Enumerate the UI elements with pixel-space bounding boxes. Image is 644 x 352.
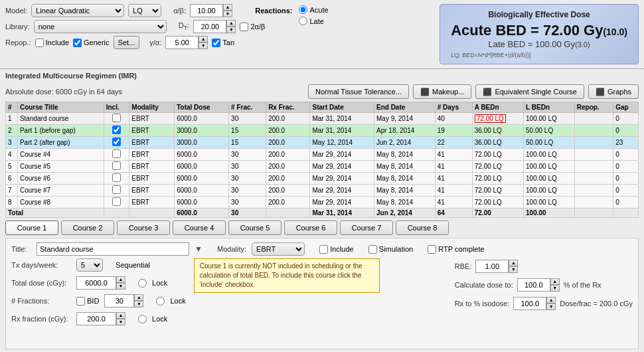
simulation-checkbox-label[interactable]: Simulation <box>368 245 413 254</box>
equivalent-button[interactable]: ⬛ Equivalent Single Course <box>475 84 584 99</box>
row-days: 22 <box>435 137 472 149</box>
rx-fraction-input[interactable] <box>76 312 116 325</box>
row-fracs: 30 <box>229 113 266 125</box>
normal-tissue-button[interactable]: Normal Tissue Tolerance... <box>308 84 409 99</box>
fractions-spinner[interactable]: ▲ ▼ <box>134 294 143 308</box>
row-incl[interactable] <box>104 149 129 161</box>
type-select[interactable]: LQ <box>128 4 161 17</box>
col-fracs: # Frac. <box>229 102 266 113</box>
alpha-beta-spinner[interactable]: ▲ ▼ <box>223 4 232 17</box>
total-dose-spinner[interactable]: ▲ ▼ <box>116 276 125 290</box>
col-gap: Gap <box>613 102 639 113</box>
acute-radio[interactable] <box>299 5 307 14</box>
bid-checkbox[interactable] <box>76 297 85 306</box>
total-dose-input[interactable] <box>76 276 116 290</box>
row-num: 7 <box>6 185 18 197</box>
frac-lock-radio[interactable] <box>156 297 165 306</box>
course-title-input[interactable]: Standard course <box>37 242 189 256</box>
row-lbed: 100.00 LQ <box>524 197 575 209</box>
warning-box: Course 1 is currently NOT included in sc… <box>194 258 380 293</box>
table-row: 4 Course #4 EBRT 6000.0 30 200.0 Mar 29,… <box>6 149 639 161</box>
row-rx: 200.0 <box>266 173 310 185</box>
fractions-input[interactable] <box>104 294 134 308</box>
set-button[interactable]: Set... <box>114 36 140 49</box>
bed-formula: LQ: BED=N*d*[RBE+(d/(a/b))] <box>451 52 627 58</box>
include-checkbox-label[interactable]: Include <box>319 245 353 254</box>
tan-checkbox[interactable] <box>212 39 220 47</box>
course-tab-8[interactable]: Course 8 <box>396 220 449 235</box>
late-radio[interactable] <box>299 17 307 25</box>
bid-label[interactable]: BID <box>76 297 99 306</box>
gamma-alpha-spinner[interactable]: ▲ ▼ <box>199 36 208 49</box>
row-incl[interactable] <box>104 137 129 149</box>
generic-checkbox[interactable] <box>73 39 82 47</box>
makeup-button[interactable]: ⬛ Makeup... <box>413 84 471 99</box>
bed-late-value: Late BED = 100.00 Gy(3.0) <box>451 39 627 49</box>
course-tab-7[interactable]: Course 7 <box>340 220 393 235</box>
acute-label: Acute <box>309 6 328 14</box>
row-incl[interactable] <box>104 161 129 173</box>
row-rx: 200.0 <box>266 197 310 209</box>
col-title: Course Title <box>17 102 104 113</box>
tx-days-select[interactable]: 5 <box>76 258 103 272</box>
rbe-input[interactable] <box>475 260 509 273</box>
alpha-beta-input[interactable]: 10.00 <box>190 4 223 17</box>
normal-tissue-label: Normal Tissue Tolerance... <box>315 88 402 96</box>
modality-select[interactable]: EBRT <box>252 242 305 256</box>
total-dose-label: Total dose (cGy): <box>11 279 71 287</box>
graphs-label: Graphs <box>607 88 631 96</box>
title-label: Title: <box>11 245 31 253</box>
model-select[interactable]: Linear Quadratic <box>31 4 124 17</box>
course-tab-6[interactable]: Course 6 <box>284 220 337 235</box>
row-fracs: 30 <box>229 149 266 161</box>
two-alpha-beta-checkbox[interactable] <box>240 23 248 31</box>
dt-spinner[interactable]: ▲ ▼ <box>226 20 236 33</box>
frac-lock-label: Lock <box>170 297 185 305</box>
generic-label[interactable]: Generic <box>73 39 110 47</box>
row-incl[interactable] <box>104 113 129 125</box>
course-tab-3[interactable]: Course 3 <box>117 220 170 235</box>
rtp-checkbox-label[interactable]: RTP complete <box>428 245 484 254</box>
repop-include-label[interactable]: Include <box>35 39 69 47</box>
course-tab-2[interactable]: Course 2 <box>61 220 114 235</box>
row-days: 41 <box>435 161 472 173</box>
rx-isodose-input[interactable] <box>513 297 546 310</box>
col-incl: Incl. <box>104 102 129 113</box>
gamma-alpha-input[interactable]: 5.00 <box>165 36 199 49</box>
graphs-button[interactable]: ⬛ Graphs <box>588 84 639 99</box>
title-dropdown-arrow[interactable]: ▼ <box>195 244 202 254</box>
col-abed: A BEDn <box>472 102 523 113</box>
calculate-input[interactable] <box>517 278 550 292</box>
library-select[interactable]: none <box>34 20 167 33</box>
rx-isodose-spinner[interactable]: ▲ ▼ <box>546 297 556 310</box>
row-gap: 0 <box>613 173 639 185</box>
rx-isodose-label: Rx to % isodose: <box>455 300 510 308</box>
include-checkbox[interactable] <box>319 245 328 254</box>
row-incl[interactable] <box>104 173 129 185</box>
col-days: # Days <box>435 102 472 113</box>
rtp-checkbox[interactable] <box>428 245 436 254</box>
repop-include-checkbox[interactable] <box>35 39 44 47</box>
simulation-checkbox[interactable] <box>368 245 377 254</box>
row-repop <box>574 113 613 125</box>
table-row: 1 Standard course EBRT 6000.0 30 200.0 M… <box>6 113 639 125</box>
row-total: 6000.0 <box>175 197 229 209</box>
dt-input[interactable]: 20.00 <box>193 20 226 33</box>
course-tab-5[interactable]: Course 5 <box>228 220 282 235</box>
calculate-spinner[interactable]: ▲ ▼ <box>550 278 560 292</box>
dose-lock-radio[interactable] <box>138 279 147 288</box>
row-incl[interactable] <box>104 185 129 197</box>
course-tab-1[interactable]: Course 1 <box>5 220 58 235</box>
row-incl[interactable] <box>104 125 129 137</box>
col-rx: Rx Frac. <box>266 102 310 113</box>
rx-lock-radio[interactable] <box>138 315 147 323</box>
course-tab-4[interactable]: Course 4 <box>173 220 226 235</box>
reactions-label: Reactions: <box>255 7 292 15</box>
row-incl[interactable] <box>104 197 129 209</box>
rx-fraction-spinner[interactable]: ▲ ▼ <box>116 312 125 325</box>
rbe-spinner[interactable]: ▲ ▼ <box>509 260 518 273</box>
row-modality: EBRT <box>129 197 175 209</box>
two-alpha-beta-label: 2α/β <box>250 23 265 31</box>
two-alpha-beta-checkbox-label[interactable]: 2α/β <box>240 23 265 31</box>
tan-label[interactable]: Tan <box>212 39 234 47</box>
